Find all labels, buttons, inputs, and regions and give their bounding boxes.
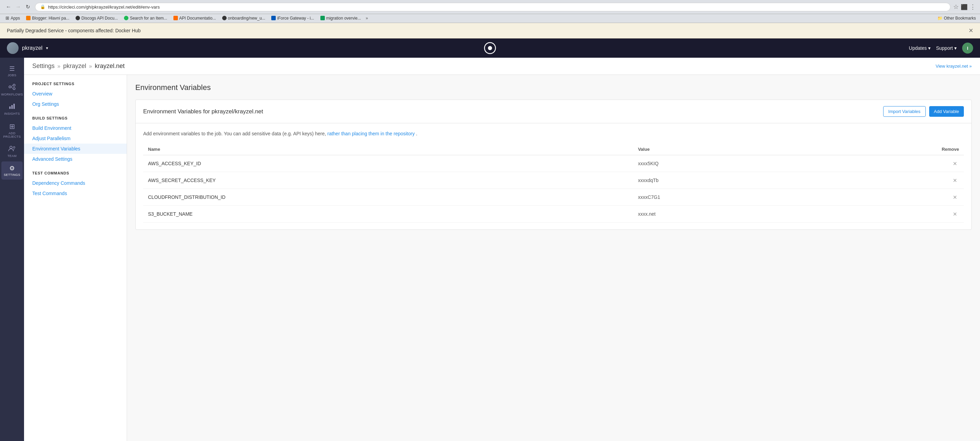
env-var-name: S3_BUCKET_NAME bbox=[143, 206, 633, 223]
url-text: https://circleci.com/gh/pkrayzel/krayzel… bbox=[48, 5, 160, 10]
svg-line-6 bbox=[11, 87, 13, 88]
env-description-link[interactable]: rather than placing them in the reposito… bbox=[327, 131, 414, 136]
forward-button[interactable]: → bbox=[14, 2, 23, 11]
github-label: onboarding/new_u... bbox=[228, 16, 266, 21]
svg-rect-7 bbox=[9, 107, 11, 109]
env-description: Add environment variables to the job. Yo… bbox=[143, 130, 964, 137]
sidebar-item-jobs[interactable]: ☰ JOBS bbox=[2, 62, 23, 80]
svg-point-1 bbox=[488, 46, 492, 50]
page-title: Environment Variables bbox=[135, 83, 972, 92]
extensions-icon[interactable]: ⬛ bbox=[961, 4, 968, 10]
blogger-icon bbox=[26, 16, 30, 20]
sidebar-item-adjust-parallelism[interactable]: Adjust Parallelism bbox=[24, 133, 127, 143]
test-commands-heading: TEST COMMANDS bbox=[24, 171, 127, 178]
sidebar-item-org-settings[interactable]: Org Settings bbox=[24, 99, 127, 109]
project-settings-heading: PROJECT SETTINGS bbox=[24, 82, 127, 89]
env-description-start: Add environment variables to the job. Yo… bbox=[143, 131, 326, 136]
support-button[interactable]: Support ▾ bbox=[936, 45, 957, 51]
sidebar-item-advanced-settings[interactable]: Advanced Settings bbox=[24, 154, 127, 164]
sidebar-item-settings[interactable]: ⚙ SETTINGS bbox=[2, 161, 23, 180]
insights-icon bbox=[9, 103, 16, 111]
remove-env-var-button[interactable]: × bbox=[951, 193, 959, 201]
top-nav-left: pkrayzel ▾ bbox=[7, 42, 96, 54]
updates-label: Updates bbox=[909, 45, 927, 51]
bookmark-migration[interactable]: migration overvie... bbox=[319, 15, 362, 21]
env-var-name: AWS_SECRET_ACCESS_KEY bbox=[143, 172, 633, 189]
apps-grid-icon: ⊞ bbox=[5, 16, 9, 21]
sidebar-item-workflows[interactable]: WORKFLOWS bbox=[2, 81, 23, 99]
updates-chevron-icon: ▾ bbox=[928, 45, 931, 51]
sidebar-label-jobs: JOBS bbox=[8, 73, 16, 77]
reload-button[interactable]: ↻ bbox=[23, 2, 32, 11]
table-row: AWS_SECRET_ACCESS_KEYxxxxdqTb× bbox=[143, 172, 964, 189]
sidebar-item-dependency-commands[interactable]: Dependency Commands bbox=[24, 178, 127, 188]
iforce-icon bbox=[271, 16, 276, 20]
browser-right-actions: ☆ ⬛ ⋮ bbox=[953, 3, 976, 11]
svg-point-4 bbox=[13, 88, 15, 90]
breadcrumb-org: pkrayzel bbox=[63, 62, 86, 70]
env-var-value: xxxx5KIQ bbox=[633, 155, 812, 172]
breadcrumb-bar: Settings » pkrayzel » krayzel.net View k… bbox=[24, 58, 980, 75]
breadcrumb-sep-2: » bbox=[89, 63, 92, 69]
sidebar-label-add-projects: ADD PROJECTS bbox=[3, 132, 21, 139]
support-chevron-icon: ▾ bbox=[954, 45, 957, 51]
github-icon bbox=[222, 16, 227, 20]
env-var-name: AWS_ACCESS_KEY_ID bbox=[143, 155, 633, 172]
sidebar-item-add-projects[interactable]: ⊞ ADD PROJECTS bbox=[2, 119, 23, 142]
settings-icon: ⚙ bbox=[9, 164, 15, 172]
add-variable-button[interactable]: Add Variable bbox=[929, 106, 964, 117]
user-menu-chevron[interactable]: ▾ bbox=[46, 46, 48, 51]
bookmark-github[interactable]: onboarding/new_u... bbox=[221, 15, 267, 21]
table-row: S3_BUCKET_NAMExxxx.net× bbox=[143, 206, 964, 223]
close-notification-button[interactable]: × bbox=[969, 27, 973, 34]
main-layout: ☰ JOBS WORKFLOWS bbox=[0, 58, 980, 441]
workflows-icon bbox=[9, 84, 16, 92]
add-projects-icon: ⊞ bbox=[9, 122, 15, 131]
breadcrumb-settings: Settings bbox=[32, 62, 55, 70]
notification-banner: Partially Degraded Service - components … bbox=[0, 23, 980, 38]
bookmarks-more[interactable]: » bbox=[366, 16, 368, 21]
sidebar-item-insights[interactable]: INSIGHTS bbox=[2, 100, 23, 118]
remove-env-var-button[interactable]: × bbox=[951, 210, 959, 218]
env-var-value: xxxxC7G1 bbox=[633, 189, 812, 206]
browser-nav-buttons: ← → ↻ bbox=[4, 2, 32, 11]
menu-icon[interactable]: ⋮ bbox=[970, 3, 976, 11]
user-name: pkrayzel bbox=[22, 45, 43, 51]
breadcrumb-sep-1: » bbox=[57, 63, 60, 69]
env-card-title: Environment Variables for pkrayzel/krayz… bbox=[143, 108, 263, 115]
sidebar-label-team: TEAM bbox=[8, 154, 17, 158]
remove-env-var-button[interactable]: × bbox=[951, 159, 959, 167]
main-content: Environment Variables Environment Variab… bbox=[127, 75, 980, 441]
apps-bookmark[interactable]: ⊞ Apps bbox=[4, 15, 21, 21]
back-button[interactable]: ← bbox=[4, 2, 13, 11]
sidebar-label-settings: SETTINGS bbox=[4, 173, 20, 177]
address-bar[interactable]: 🔒 https://circleci.com/gh/pkrayzel/krayz… bbox=[35, 3, 950, 11]
bookmark-discogs[interactable]: Discogs API Docu... bbox=[74, 15, 119, 21]
star-icon[interactable]: ☆ bbox=[953, 3, 959, 11]
sidebar-item-team[interactable]: TEAM bbox=[2, 142, 23, 161]
sidebar-item-overview[interactable]: Overview bbox=[24, 89, 127, 99]
sidebar-item-build-environment[interactable]: Build Environment bbox=[24, 123, 127, 133]
bookmark-iforce[interactable]: iForce Gateway - i... bbox=[270, 15, 315, 21]
env-var-value: xxxxdqTb bbox=[633, 172, 812, 189]
view-project-link[interactable]: View krayzel.net » bbox=[936, 64, 972, 69]
remove-env-var-button[interactable]: × bbox=[951, 176, 959, 185]
bookmark-blogger[interactable]: Blogger: Hlavní pa... bbox=[25, 15, 71, 21]
top-nav-user-avatar[interactable]: I bbox=[962, 43, 973, 54]
svg-rect-8 bbox=[11, 105, 13, 109]
other-bookmarks[interactable]: 📁 Other Bookmarks bbox=[937, 16, 976, 21]
two-col-area: PROJECT SETTINGS Overview Org Settings B… bbox=[24, 75, 980, 441]
sidebar-item-environment-variables[interactable]: Environment Variables bbox=[24, 143, 127, 154]
env-var-name: CLOUDFRONT_DISTRIBUTION_ID bbox=[143, 189, 633, 206]
top-nav-right: Updates ▾ Support ▾ I bbox=[884, 43, 973, 54]
bookmark-spotify[interactable]: Search for an Item... bbox=[123, 15, 169, 21]
breadcrumb: Settings » pkrayzel » krayzel.net bbox=[32, 62, 125, 70]
folder-icon: 📁 bbox=[937, 16, 943, 21]
api-icon bbox=[173, 16, 178, 20]
import-variables-button[interactable]: Import Variables bbox=[883, 106, 926, 117]
blogger-label: Blogger: Hlavní pa... bbox=[32, 16, 69, 21]
updates-button[interactable]: Updates ▾ bbox=[909, 45, 931, 51]
env-card-buttons: Import Variables Add Variable bbox=[883, 106, 964, 117]
bookmark-api[interactable]: API Documentatio... bbox=[172, 15, 217, 21]
sidebar-item-test-commands[interactable]: Test Commands bbox=[24, 188, 127, 199]
